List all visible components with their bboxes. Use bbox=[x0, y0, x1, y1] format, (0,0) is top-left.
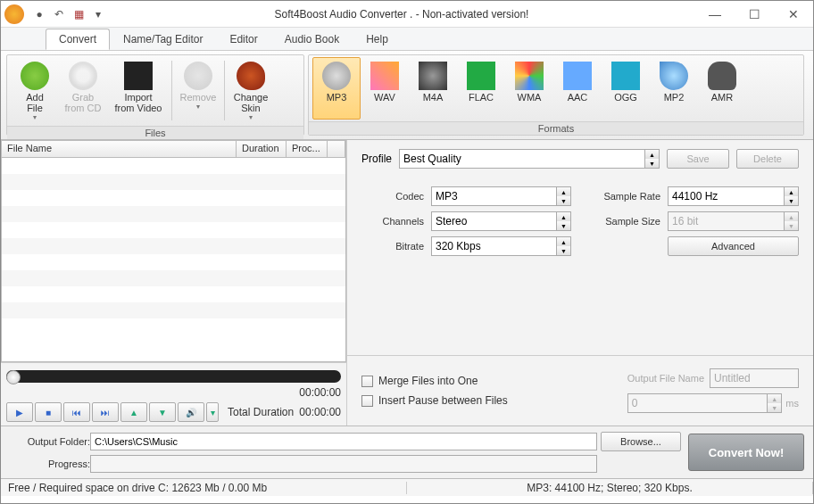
merge-label: Merge Files into One bbox=[378, 375, 478, 387]
insert-pause-checkbox[interactable] bbox=[361, 395, 373, 407]
files-group-caption: Files bbox=[7, 126, 303, 139]
col-extra[interactable] bbox=[328, 141, 345, 157]
bitrate-combo[interactable]: 320 Kbps▲▼ bbox=[431, 236, 571, 256]
window-title: Soft4Boost Audio Converter . - Non-activ… bbox=[108, 8, 695, 21]
insert-pause-label: Insert Pause between Files bbox=[378, 394, 508, 407]
format-aac[interactable]: AAC bbox=[553, 57, 602, 120]
format-ogg[interactable]: OGG bbox=[602, 57, 650, 120]
pause-value-input: 0▲▼ bbox=[627, 393, 783, 413]
output-folder-label: Output Folder: bbox=[10, 436, 90, 447]
format-wav[interactable]: WAV bbox=[361, 57, 409, 120]
total-duration-value: 00:00:00 bbox=[299, 406, 341, 418]
minimize-button[interactable]: — bbox=[695, 1, 735, 28]
advanced-button[interactable]: Advanced bbox=[668, 236, 799, 256]
tab-help[interactable]: Help bbox=[353, 29, 402, 50]
add-file-button[interactable]: Add File▾ bbox=[11, 57, 59, 124]
mute-button[interactable]: 🔊 bbox=[178, 402, 204, 422]
col-processing[interactable]: Proc... bbox=[287, 141, 328, 157]
close-button[interactable]: ✕ bbox=[774, 1, 813, 28]
channels-combo[interactable]: Stereo▲▼ bbox=[431, 211, 571, 231]
codec-label: Codec bbox=[361, 191, 424, 202]
sample-size-label: Sample Size bbox=[589, 216, 660, 227]
col-duration[interactable]: Duration bbox=[237, 141, 287, 157]
qat-dropdown-icon[interactable]: ▾ bbox=[89, 5, 107, 23]
tab-editor[interactable]: Editor bbox=[216, 29, 270, 50]
prev-button[interactable]: ⏮ bbox=[63, 402, 90, 422]
status-format: MP3: 44100 Hz; Stereo; 320 Kbps. bbox=[407, 482, 813, 494]
output-file-name-label: Output File Name bbox=[627, 373, 704, 384]
qat-video-icon[interactable]: ▦ bbox=[70, 5, 87, 23]
total-duration-label: Total Duration bbox=[228, 406, 294, 418]
channels-label: Channels bbox=[361, 216, 424, 227]
sample-size-combo: 16 bit▲▼ bbox=[668, 211, 799, 231]
menu-tabs: Convert Name/Tag Editor Editor Audio Boo… bbox=[1, 28, 813, 51]
format-mp2[interactable]: MP2 bbox=[650, 57, 698, 120]
profile-label: Profile bbox=[361, 153, 392, 165]
remove-button[interactable]: Remove▾ bbox=[174, 57, 222, 124]
save-button[interactable]: Save bbox=[667, 149, 729, 169]
move-down-button[interactable]: ▼ bbox=[149, 402, 176, 422]
progress-bar bbox=[90, 455, 597, 473]
move-up-button[interactable]: ▲ bbox=[120, 402, 147, 422]
browse-button[interactable]: Browse... bbox=[601, 432, 681, 451]
format-flac[interactable]: FLAC bbox=[457, 57, 505, 120]
tab-name-tag-editor[interactable]: Name/Tag Editor bbox=[110, 29, 216, 50]
profile-combo[interactable]: Best Quality▲▼ bbox=[399, 149, 660, 169]
format-amr[interactable]: AMR bbox=[698, 57, 746, 120]
bitrate-label: Bitrate bbox=[361, 241, 424, 252]
play-button[interactable]: ▶ bbox=[6, 402, 33, 422]
tab-audio-book[interactable]: Audio Book bbox=[271, 29, 353, 50]
delete-button[interactable]: Delete bbox=[736, 149, 799, 169]
col-file-name[interactable]: File Name bbox=[2, 141, 237, 157]
sample-rate-label: Sample Rate bbox=[589, 191, 660, 202]
playback-time: 00:00:00 bbox=[299, 386, 341, 399]
format-mp3[interactable]: MP3 bbox=[312, 57, 361, 120]
convert-now-button[interactable]: Convert Now! bbox=[688, 434, 804, 471]
file-list-header: File Name Duration Proc... bbox=[1, 140, 346, 158]
volume-dropdown[interactable]: ▾ bbox=[206, 402, 219, 422]
progress-label: Progress: bbox=[10, 459, 90, 469]
stop-button[interactable]: ■ bbox=[35, 402, 62, 422]
output-folder-input[interactable] bbox=[90, 433, 597, 450]
codec-combo[interactable]: MP3▲▼ bbox=[431, 186, 571, 206]
maximize-button[interactable]: ☐ bbox=[735, 1, 774, 28]
import-from-video-button[interactable]: Import from Video bbox=[107, 57, 170, 124]
pause-unit: ms bbox=[785, 398, 799, 409]
playback-slider[interactable] bbox=[6, 370, 341, 383]
qat-new-icon[interactable]: ● bbox=[30, 5, 48, 23]
grab-from-cd-button[interactable]: Grab from CD bbox=[59, 57, 107, 124]
next-button[interactable]: ⏭ bbox=[92, 402, 119, 422]
tab-convert[interactable]: Convert bbox=[46, 29, 110, 50]
output-file-name-input: Untitled bbox=[710, 368, 799, 388]
sample-rate-combo[interactable]: 44100 Hz▲▼ bbox=[668, 186, 799, 206]
merge-checkbox[interactable] bbox=[361, 376, 373, 387]
formats-group-caption: Formats bbox=[309, 121, 803, 135]
status-space: Free / Required space on drive C: 12623 … bbox=[1, 482, 407, 494]
app-icon bbox=[4, 4, 24, 24]
file-list[interactable] bbox=[1, 158, 346, 362]
change-skin-button[interactable]: Change Skin▾ bbox=[227, 57, 275, 124]
qat-undo-icon[interactable]: ↶ bbox=[50, 5, 68, 23]
format-wma[interactable]: WMA bbox=[505, 57, 553, 120]
format-m4a[interactable]: M4A bbox=[409, 57, 457, 120]
